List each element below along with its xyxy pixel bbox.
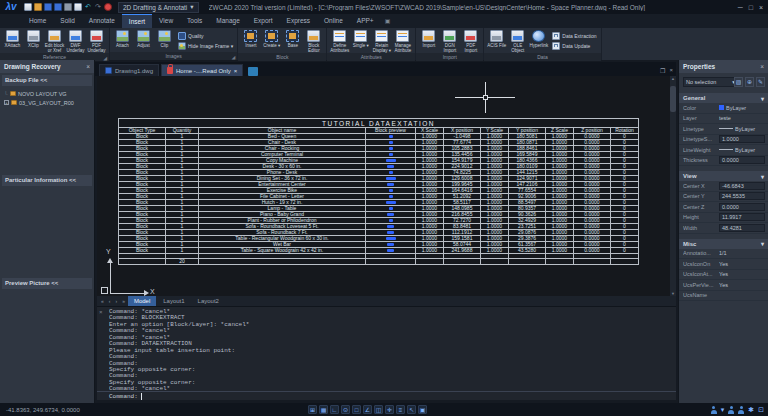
backup-file-item[interactable]: └NOVO LAYOUT VG — [4, 89, 92, 98]
manage-attribute-button[interactable]: Manage Attribute — [392, 29, 413, 53]
section-header-general[interactable]: General▾ — [679, 93, 768, 103]
backup-file-section-header[interactable]: Backup File << — [2, 75, 92, 86]
record-icon[interactable] — [104, 3, 112, 11]
select-objects-icon[interactable]: ⊕ — [745, 77, 754, 87]
import-button[interactable]: Import — [418, 29, 439, 48]
property-value[interactable]: 0.0000 — [719, 203, 765, 211]
drawing-canvas[interactable]: TUTORIAL DATAEXTATIONObject TypeQuantity… — [97, 76, 676, 296]
ribbon-minimize-icon[interactable]: ▣ — [385, 14, 391, 28]
layout-nav-icon[interactable]: « — [99, 298, 106, 304]
insert-button[interactable]: Insert — [240, 29, 261, 48]
quality-button[interactable]: Quality — [178, 32, 233, 40]
property-value[interactable]: -46.6843 — [719, 182, 765, 190]
save-icon[interactable] — [44, 3, 52, 11]
attach-button[interactable]: Attach — [112, 29, 133, 48]
undo-icon[interactable]: ↶ — [84, 3, 92, 11]
acis-file-button[interactable]: ACIS File — [486, 29, 507, 48]
maximize-button[interactable]: □ — [749, 4, 753, 11]
toggle-pickadd-icon[interactable]: ✎ — [756, 77, 765, 87]
polar-toggle[interactable]: ⊙ — [341, 405, 350, 414]
layout-nav-icon[interactable]: ‹ — [107, 298, 113, 304]
preview-icon[interactable] — [74, 3, 82, 11]
backup-file-item[interactable]: +03_VG_LAYOUT_R00 — [4, 98, 92, 107]
close-icon[interactable]: × — [99, 309, 103, 316]
layout-tab-layout2[interactable]: Layout2 — [192, 296, 225, 306]
hyperlink-button[interactable]: Hyperlink — [528, 29, 549, 48]
otrack-toggle[interactable]: ∠ — [363, 405, 372, 414]
hide-image-frame-button[interactable]: Hide Image Frame ▾ — [178, 42, 233, 50]
layout-nav-icon[interactable]: › — [113, 298, 119, 304]
section-header-view[interactable]: View▾ — [679, 171, 768, 181]
ribbon-tab-view[interactable]: View — [152, 14, 180, 28]
scroll-up-icon[interactable]: ▲ — [670, 76, 676, 81]
property-value[interactable]: Yes — [719, 261, 768, 267]
single-button[interactable]: Single ▾ — [350, 29, 371, 48]
dialog-launcher-icon[interactable]: ◢ — [231, 53, 235, 61]
quick-select-icon[interactable]: ▨ — [734, 77, 743, 87]
ribbon-tab-solid[interactable]: Solid — [53, 14, 81, 28]
base-button[interactable]: Base — [282, 29, 303, 48]
grid-toggle[interactable]: ▦ — [319, 405, 328, 414]
property-value[interactable]: 1.0000 — [719, 135, 765, 143]
close-icon[interactable]: × — [760, 63, 764, 70]
dwf-underlay-button[interactable]: DWF Underlay — [65, 29, 86, 53]
fullscreen-icon[interactable]: ⊡ — [758, 405, 764, 414]
adjust-button[interactable]: Adjust — [133, 29, 154, 48]
pdf-import-button[interactable]: PDF Import — [460, 29, 481, 53]
minimize-button[interactable]: ─ — [738, 4, 743, 11]
annotation-scale-dropdown[interactable]: ▾ — [721, 405, 725, 414]
ribbon-tab-home[interactable]: Home — [22, 14, 53, 28]
new-file-icon[interactable] — [24, 3, 32, 11]
property-value[interactable]: 244.5535 — [719, 192, 765, 200]
ribbon-tab-express[interactable]: Express — [280, 14, 317, 28]
create-button[interactable]: Create ▾ — [261, 29, 282, 48]
save-all-icon[interactable] — [54, 3, 62, 11]
property-value[interactable]: 0.0000 — [719, 156, 765, 164]
property-value[interactable]: Yes — [719, 271, 768, 277]
property-value[interactable]: ByLayer — [719, 105, 768, 111]
retain-display-button[interactable]: Retain Display ▾ — [371, 29, 392, 53]
ribbon-tab-annotate[interactable]: Annotate — [82, 14, 122, 28]
osnap-toggle[interactable]: □ — [352, 405, 361, 414]
redo-icon[interactable]: ↷ — [94, 3, 102, 11]
dyn-input-toggle[interactable]: ✛ — [385, 405, 394, 414]
workspace-selector[interactable]: 2D Drafting & Annotati ▾ — [118, 2, 199, 13]
plot-icon[interactable] — [64, 3, 72, 11]
cursor-toggle[interactable]: ↖ — [407, 405, 416, 414]
property-value[interactable]: teste — [719, 115, 768, 121]
ribbon-tab-manage[interactable]: Manage — [209, 14, 247, 28]
settings-gear-icon[interactable]: ✱ — [748, 405, 754, 414]
open-file-icon[interactable] — [34, 3, 42, 11]
property-value[interactable]: Yes — [719, 282, 768, 288]
ribbon-tab-online[interactable]: Online — [317, 14, 350, 28]
section-header-misc[interactable]: Misc▾ — [679, 239, 768, 249]
property-value[interactable]: 48.4281 — [719, 224, 765, 232]
command-window[interactable]: × Command: *cancel*Command: BLOCKEXTRACT… — [97, 306, 676, 400]
annotation-monitor-icon[interactable] — [738, 406, 744, 414]
ortho-toggle[interactable]: ∟ — [330, 405, 339, 414]
vertical-scrollbar[interactable]: ▲ ▼ — [670, 76, 676, 296]
ribbon-tab-app[interactable]: APP+ — [350, 14, 381, 28]
xclip-button[interactable]: XClip — [23, 29, 44, 48]
clip-button[interactable]: Clip — [154, 29, 175, 48]
doc-tab-home-read-only[interactable]: Home -....Read Only× — [161, 64, 243, 76]
layout-nav-icon[interactable]: » — [120, 298, 127, 304]
auto-annotation-icon[interactable] — [728, 406, 734, 414]
lineweight-toggle[interactable]: ≡ — [396, 405, 405, 414]
scrollbar-thumb[interactable] — [670, 86, 676, 112]
property-value[interactable]: ByLayer — [719, 147, 768, 153]
doc-tab-drawing1-dwg[interactable]: Drawing1.dwg — [99, 64, 159, 76]
annotation-visibility-icon[interactable] — [711, 406, 717, 414]
xattach-button[interactable]: XAttach — [2, 29, 23, 48]
new-drawing-icon[interactable] — [248, 67, 258, 76]
data-extraction-button[interactable]: Data Extraction — [552, 32, 596, 40]
close-button[interactable]: × — [759, 4, 763, 11]
viewport-toggle[interactable]: ▣ — [418, 405, 427, 414]
layout-tab-model[interactable]: Model — [128, 296, 156, 306]
command-input[interactable]: Command: — [97, 391, 676, 400]
dgn-import-button[interactable]: DGN Import — [439, 29, 460, 53]
restore-window-icon[interactable]: ❐ — [660, 67, 665, 74]
dialog-launcher-icon[interactable]: ◢ — [103, 54, 107, 62]
snap-toggle[interactable]: ⊞ — [308, 405, 317, 414]
edit-block-or-xref-button[interactable]: Edit block or Xref — [44, 29, 65, 53]
